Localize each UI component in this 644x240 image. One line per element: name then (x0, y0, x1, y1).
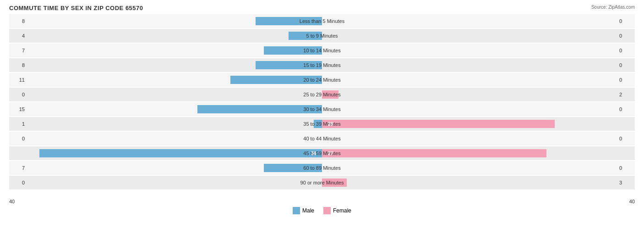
table-row: 45 to 9 Minutes0 (9, 29, 635, 43)
female-value: 0 (617, 18, 635, 24)
legend: Male Female (9, 207, 635, 214)
table-row: 090 or more Minutes3 (9, 176, 635, 190)
table-row: 135 to 39 Minutes28 (9, 117, 635, 131)
female-bar (322, 120, 555, 128)
male-bar (314, 120, 322, 128)
legend-female: Female (323, 207, 351, 214)
bars-section: 90 or more Minutes (27, 176, 617, 190)
male-value: 7 (9, 48, 27, 53)
chart-title: COMMUTE TIME BY SEX IN ZIP CODE 65570 (9, 5, 635, 11)
female-swatch (323, 207, 331, 214)
female-bar (322, 179, 347, 187)
male-swatch (293, 207, 300, 214)
table-row: 025 to 29 Minutes2 (9, 88, 635, 101)
axis-labels: 40 40 (9, 199, 635, 204)
bars-section: Less than 5 Minutes (27, 14, 617, 28)
bars-section: 40 to 44 Minutes (27, 132, 617, 145)
source-label: Source: ZipAtlas.com (591, 5, 635, 10)
male-value: 0 (9, 180, 27, 185)
male-value: 7 (9, 165, 27, 171)
bars-section: 35 to 39 Minutes28 (27, 117, 617, 131)
male-value: 15 (9, 106, 27, 112)
male-bar (256, 17, 322, 25)
female-value: 0 (617, 62, 635, 68)
table-row: 45 to 59 Minutes3427 (9, 146, 635, 160)
female-bar-value: 27 (328, 151, 333, 156)
male-value: 1 (9, 121, 27, 127)
row-label: 40 to 44 Minutes (303, 136, 340, 141)
male-bar (264, 46, 322, 55)
male-label: Male (302, 207, 314, 214)
male-value: 0 (9, 92, 27, 97)
male-value: 8 (9, 62, 27, 68)
bars-section: 30 to 34 Minutes (27, 102, 617, 116)
female-value: 0 (617, 106, 635, 112)
bars-section: 20 to 24 Minutes (27, 73, 617, 87)
table-row: 760 to 89 Minutes0 (9, 161, 635, 175)
chart-container: COMMUTE TIME BY SEX IN ZIP CODE 65570 So… (0, 0, 644, 240)
male-value: 11 (9, 77, 27, 83)
axis-left: 40 (9, 199, 15, 204)
female-value: 2 (617, 92, 635, 97)
female-bar (322, 149, 546, 157)
bars-section: 60 to 89 Minutes (27, 161, 617, 175)
table-row: 040 to 44 Minutes0 (9, 132, 635, 145)
male-value: 0 (9, 136, 27, 141)
female-bar-value: 28 (328, 122, 333, 127)
bars-section: 10 to 14 Minutes (27, 44, 617, 57)
legend-male: Male (293, 207, 314, 214)
female-value: 3 (617, 180, 635, 185)
bars-section: 5 to 9 Minutes (27, 29, 617, 43)
female-value: 0 (617, 165, 635, 171)
chart-area: 8Less than 5 Minutes045 to 9 Minutes0710… (9, 14, 635, 198)
axis-right: 40 (629, 199, 635, 204)
table-row: 815 to 19 Minutes0 (9, 58, 635, 72)
table-row: 1120 to 24 Minutes0 (9, 73, 635, 87)
male-value: 8 (9, 18, 27, 24)
bars-section: 45 to 59 Minutes3427 (27, 146, 617, 160)
female-value: 0 (617, 33, 635, 39)
male-bar (256, 61, 322, 69)
bars-section: 25 to 29 Minutes (27, 88, 617, 101)
female-value: 0 (617, 48, 635, 53)
table-row: 710 to 14 Minutes0 (9, 44, 635, 57)
female-label: Female (333, 207, 351, 214)
female-value: 0 (617, 136, 635, 141)
male-bar (264, 164, 322, 172)
male-bar (289, 32, 322, 40)
male-bar (197, 105, 322, 113)
male-bar (230, 76, 322, 84)
table-row: 1530 to 34 Minutes0 (9, 102, 635, 116)
male-bar-value: 34 (311, 151, 316, 156)
female-value: 0 (617, 77, 635, 83)
male-bar (39, 149, 322, 157)
female-bar (322, 90, 338, 99)
bars-section: 15 to 19 Minutes (27, 58, 617, 72)
table-row: 8Less than 5 Minutes0 (9, 14, 635, 28)
male-value: 4 (9, 33, 27, 39)
